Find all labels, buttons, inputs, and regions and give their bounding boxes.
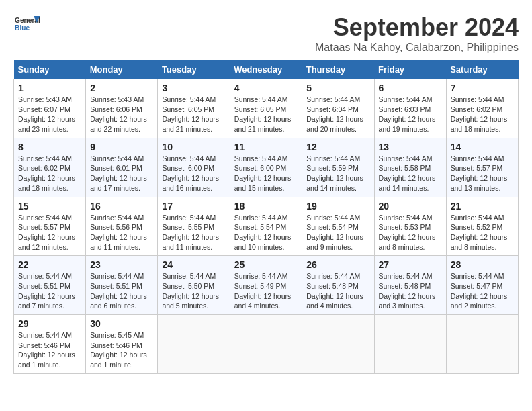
day-number: 20 bbox=[379, 201, 442, 212]
calendar-cell: 24Sunrise: 5:44 AM Sunset: 5:50 PM Dayli… bbox=[158, 256, 230, 315]
calendar-cell: 6Sunrise: 5:44 AM Sunset: 6:03 PM Daylig… bbox=[374, 79, 446, 138]
calendar-cell: 3Sunrise: 5:44 AM Sunset: 6:05 PM Daylig… bbox=[158, 79, 230, 138]
calendar-cell: 10Sunrise: 5:44 AM Sunset: 6:00 PM Dayli… bbox=[158, 138, 230, 197]
day-info: Sunrise: 5:44 AM Sunset: 5:52 PM Dayligh… bbox=[451, 213, 514, 253]
day-number: 4 bbox=[234, 83, 298, 93]
col-thursday: Thursday bbox=[302, 60, 374, 79]
day-info: Sunrise: 5:44 AM Sunset: 6:01 PM Dayligh… bbox=[90, 154, 153, 193]
day-number: 21 bbox=[451, 201, 514, 212]
day-info: Sunrise: 5:43 AM Sunset: 6:07 PM Dayligh… bbox=[18, 95, 81, 134]
day-info: Sunrise: 5:44 AM Sunset: 5:49 PM Dayligh… bbox=[234, 271, 298, 311]
day-number: 5 bbox=[306, 83, 369, 93]
day-info: Sunrise: 5:44 AM Sunset: 5:50 PM Dayligh… bbox=[162, 271, 225, 311]
day-number: 3 bbox=[162, 83, 225, 93]
day-number: 17 bbox=[162, 201, 225, 212]
week-row-3: 15Sunrise: 5:44 AM Sunset: 5:57 PM Dayli… bbox=[14, 197, 519, 256]
day-number: 9 bbox=[90, 142, 153, 152]
day-number: 22 bbox=[18, 259, 81, 270]
calendar-cell: 26Sunrise: 5:44 AM Sunset: 5:48 PM Dayli… bbox=[302, 256, 374, 315]
day-number: 12 bbox=[306, 142, 369, 152]
week-row-1: 1Sunrise: 5:43 AM Sunset: 6:07 PM Daylig… bbox=[14, 79, 519, 138]
day-info: Sunrise: 5:44 AM Sunset: 5:53 PM Dayligh… bbox=[379, 213, 442, 253]
col-monday: Monday bbox=[86, 60, 158, 79]
day-info: Sunrise: 5:44 AM Sunset: 5:59 PM Dayligh… bbox=[306, 154, 369, 193]
svg-text:Blue: Blue bbox=[15, 24, 30, 32]
day-number: 10 bbox=[162, 142, 225, 152]
calendar-cell bbox=[158, 315, 230, 374]
day-info: Sunrise: 5:44 AM Sunset: 5:48 PM Dayligh… bbox=[306, 271, 369, 311]
day-number: 13 bbox=[379, 142, 442, 152]
day-number: 6 bbox=[379, 83, 442, 93]
calendar-cell: 14Sunrise: 5:44 AM Sunset: 5:57 PM Dayli… bbox=[446, 138, 518, 197]
day-info: Sunrise: 5:44 AM Sunset: 5:51 PM Dayligh… bbox=[18, 271, 81, 311]
calendar-cell: 12Sunrise: 5:44 AM Sunset: 5:59 PM Dayli… bbox=[302, 138, 374, 197]
day-number: 14 bbox=[451, 142, 514, 152]
day-number: 30 bbox=[90, 318, 153, 329]
day-info: Sunrise: 5:43 AM Sunset: 6:06 PM Dayligh… bbox=[90, 95, 153, 134]
calendar-cell: 4Sunrise: 5:44 AM Sunset: 6:05 PM Daylig… bbox=[230, 79, 302, 138]
calendar-cell: 30Sunrise: 5:45 AM Sunset: 5:46 PM Dayli… bbox=[86, 315, 158, 374]
month-title: September 2024 bbox=[315, 13, 519, 42]
calendar-cell: 5Sunrise: 5:44 AM Sunset: 6:04 PM Daylig… bbox=[302, 79, 374, 138]
calendar-cell: 7Sunrise: 5:44 AM Sunset: 6:02 PM Daylig… bbox=[446, 79, 518, 138]
day-number: 26 bbox=[306, 259, 369, 270]
day-info: Sunrise: 5:44 AM Sunset: 6:00 PM Dayligh… bbox=[162, 154, 225, 193]
day-number: 19 bbox=[306, 201, 369, 212]
day-number: 28 bbox=[451, 259, 514, 270]
calendar-cell: 28Sunrise: 5:44 AM Sunset: 5:47 PM Dayli… bbox=[446, 256, 518, 315]
calendar-cell: 16Sunrise: 5:44 AM Sunset: 5:56 PM Dayli… bbox=[86, 197, 158, 256]
day-number: 27 bbox=[379, 259, 442, 270]
day-info: Sunrise: 5:44 AM Sunset: 6:05 PM Dayligh… bbox=[234, 95, 298, 134]
logo: General Blue bbox=[13, 13, 40, 37]
day-number: 2 bbox=[90, 83, 153, 93]
week-row-2: 8Sunrise: 5:44 AM Sunset: 6:02 PM Daylig… bbox=[14, 138, 519, 197]
calendar-cell: 17Sunrise: 5:44 AM Sunset: 5:55 PM Dayli… bbox=[158, 197, 230, 256]
day-number: 16 bbox=[90, 201, 153, 212]
day-number: 23 bbox=[90, 259, 153, 270]
calendar-cell: 23Sunrise: 5:44 AM Sunset: 5:51 PM Dayli… bbox=[86, 256, 158, 315]
day-info: Sunrise: 5:44 AM Sunset: 5:48 PM Dayligh… bbox=[379, 271, 442, 311]
day-info: Sunrise: 5:44 AM Sunset: 6:02 PM Dayligh… bbox=[18, 154, 81, 193]
day-info: Sunrise: 5:44 AM Sunset: 5:58 PM Dayligh… bbox=[379, 154, 442, 193]
day-number: 7 bbox=[451, 83, 514, 93]
calendar-cell: 27Sunrise: 5:44 AM Sunset: 5:48 PM Dayli… bbox=[374, 256, 446, 315]
day-info: Sunrise: 5:44 AM Sunset: 5:51 PM Dayligh… bbox=[90, 271, 153, 311]
calendar-cell bbox=[446, 315, 518, 374]
col-tuesday: Tuesday bbox=[158, 60, 230, 79]
calendar-cell bbox=[374, 315, 446, 374]
calendar-table: Sunday Monday Tuesday Wednesday Thursday… bbox=[13, 60, 519, 374]
calendar-cell: 20Sunrise: 5:44 AM Sunset: 5:53 PM Dayli… bbox=[374, 197, 446, 256]
col-friday: Friday bbox=[374, 60, 446, 79]
day-number: 29 bbox=[18, 318, 81, 329]
day-info: Sunrise: 5:44 AM Sunset: 6:04 PM Dayligh… bbox=[306, 95, 369, 134]
calendar-cell: 2Sunrise: 5:43 AM Sunset: 6:06 PM Daylig… bbox=[86, 79, 158, 138]
calendar-cell: 25Sunrise: 5:44 AM Sunset: 5:49 PM Dayli… bbox=[230, 256, 302, 315]
day-info: Sunrise: 5:44 AM Sunset: 5:57 PM Dayligh… bbox=[18, 213, 81, 253]
day-info: Sunrise: 5:44 AM Sunset: 6:00 PM Dayligh… bbox=[234, 154, 298, 193]
day-number: 8 bbox=[18, 142, 81, 152]
day-info: Sunrise: 5:45 AM Sunset: 5:46 PM Dayligh… bbox=[90, 330, 153, 370]
header-row: Sunday Monday Tuesday Wednesday Thursday… bbox=[14, 60, 519, 79]
day-info: Sunrise: 5:44 AM Sunset: 5:55 PM Dayligh… bbox=[162, 213, 225, 253]
page-header: General Blue September 2024 Mataas Na Ka… bbox=[13, 13, 519, 54]
calendar-cell: 13Sunrise: 5:44 AM Sunset: 5:58 PM Dayli… bbox=[374, 138, 446, 197]
day-info: Sunrise: 5:44 AM Sunset: 5:56 PM Dayligh… bbox=[90, 213, 153, 253]
calendar-cell: 1Sunrise: 5:43 AM Sunset: 6:07 PM Daylig… bbox=[14, 79, 86, 138]
day-info: Sunrise: 5:44 AM Sunset: 6:02 PM Dayligh… bbox=[451, 95, 514, 134]
day-number: 11 bbox=[234, 142, 298, 152]
calendar-cell bbox=[230, 315, 302, 374]
calendar-cell: 18Sunrise: 5:44 AM Sunset: 5:54 PM Dayli… bbox=[230, 197, 302, 256]
col-wednesday: Wednesday bbox=[230, 60, 302, 79]
day-info: Sunrise: 5:44 AM Sunset: 6:05 PM Dayligh… bbox=[162, 95, 225, 134]
week-row-5: 29Sunrise: 5:44 AM Sunset: 5:46 PM Dayli… bbox=[14, 315, 519, 374]
day-number: 15 bbox=[18, 201, 81, 212]
calendar-cell: 22Sunrise: 5:44 AM Sunset: 5:51 PM Dayli… bbox=[14, 256, 86, 315]
day-info: Sunrise: 5:44 AM Sunset: 5:46 PM Dayligh… bbox=[18, 330, 81, 370]
col-sunday: Sunday bbox=[14, 60, 86, 79]
calendar-cell: 11Sunrise: 5:44 AM Sunset: 6:00 PM Dayli… bbox=[230, 138, 302, 197]
day-number: 18 bbox=[234, 201, 298, 212]
day-number: 25 bbox=[234, 259, 298, 270]
location-title: Mataas Na Kahoy, Calabarzon, Philippines bbox=[315, 42, 519, 54]
calendar-cell: 19Sunrise: 5:44 AM Sunset: 5:54 PM Dayli… bbox=[302, 197, 374, 256]
calendar-cell bbox=[302, 315, 374, 374]
